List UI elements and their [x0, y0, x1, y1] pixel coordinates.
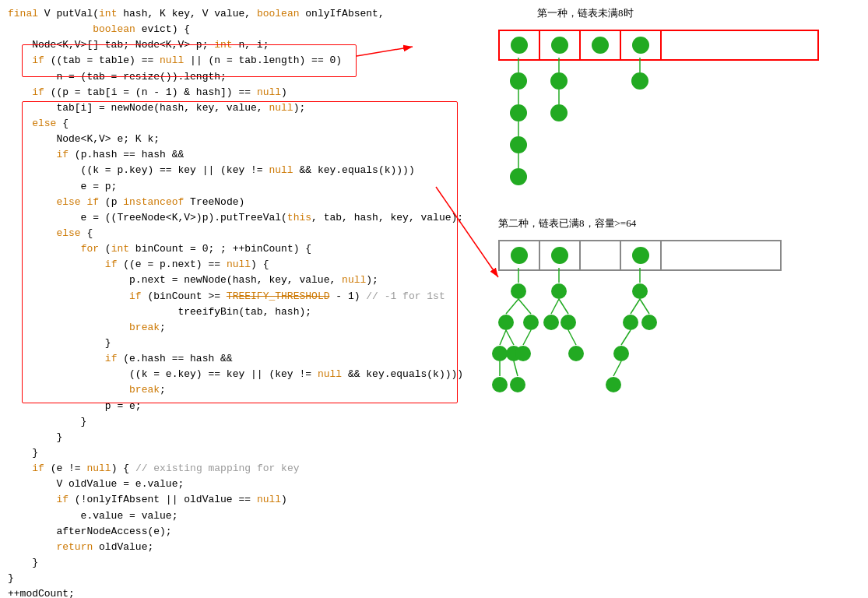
svg-point-15 — [511, 283, 526, 299]
code-line-37: } — [8, 571, 475, 586]
svg-line-18 — [518, 299, 531, 314]
code-line-38: ++modCount; — [8, 586, 475, 598]
code-line-1: final V putVal(int hash, K key, V value,… — [8, 6, 475, 22]
svg-point-7 — [510, 168, 527, 185]
svg-point-47 — [606, 377, 621, 392]
svg-line-44 — [621, 330, 631, 345]
svg-point-35 — [561, 315, 576, 330]
code-line-36: } — [8, 555, 475, 571]
svg-line-40 — [631, 299, 640, 314]
svg-point-37 — [568, 346, 584, 361]
red-box-condition-1 — [22, 44, 357, 77]
code-line-2: boolean evict) { — [8, 22, 475, 37]
code-line-29: } — [8, 445, 475, 461]
svg-line-42 — [640, 299, 649, 314]
svg-point-41 — [623, 315, 638, 330]
code-line-32: if (!onlyIfAbsent || oldValue == null) — [8, 492, 475, 508]
code-line-31: V oldValue = e.value; — [8, 477, 475, 492]
svg-line-34 — [559, 299, 568, 314]
diagram-2-svg — [498, 240, 825, 575]
code-line-27: } — [8, 414, 475, 430]
svg-point-21 — [492, 346, 508, 361]
svg-line-24 — [523, 330, 531, 345]
svg-point-5 — [510, 136, 527, 153]
svg-point-43 — [641, 315, 657, 330]
code-line-34: afterNodeAccess(e); — [8, 524, 475, 540]
svg-point-17 — [498, 315, 514, 330]
svg-point-25 — [515, 346, 531, 361]
code-line-6: if ((p = tab[i = (n - 1) & hash]) == nul… — [8, 85, 475, 100]
diagram-area: 第一种，链表未满8时 第二 — [490, 0, 868, 598]
svg-line-16 — [506, 299, 518, 314]
svg-line-32 — [551, 299, 559, 314]
svg-point-19 — [523, 315, 539, 330]
svg-point-11 — [550, 104, 568, 121]
svg-point-31 — [551, 283, 567, 299]
svg-point-9 — [550, 72, 568, 90]
svg-line-20 — [500, 330, 506, 345]
svg-point-33 — [543, 315, 559, 330]
svg-line-22 — [506, 330, 514, 345]
svg-point-3 — [510, 104, 527, 121]
svg-line-46 — [613, 361, 621, 376]
diagram-title-2: 第二种，链表已满8，容量>=64 — [498, 216, 636, 230]
svg-line-28 — [514, 361, 518, 376]
code-line-33: e.value = value; — [8, 508, 475, 524]
red-box-else-block — [22, 101, 458, 403]
svg-point-27 — [492, 377, 508, 392]
svg-point-13 — [631, 72, 648, 90]
svg-point-1 — [510, 72, 527, 90]
code-line-35: return oldValue; — [8, 540, 475, 555]
svg-line-36 — [568, 330, 576, 345]
code-line-30: if (e != null) { // existing mapping for… — [8, 461, 475, 477]
svg-point-29 — [510, 377, 525, 392]
svg-point-39 — [632, 283, 648, 299]
code-line-28: } — [8, 430, 475, 445]
diagram-1-svg — [498, 30, 786, 201]
diagram-title-1: 第一种，链表未满8时 — [537, 6, 634, 20]
svg-point-45 — [613, 346, 629, 361]
